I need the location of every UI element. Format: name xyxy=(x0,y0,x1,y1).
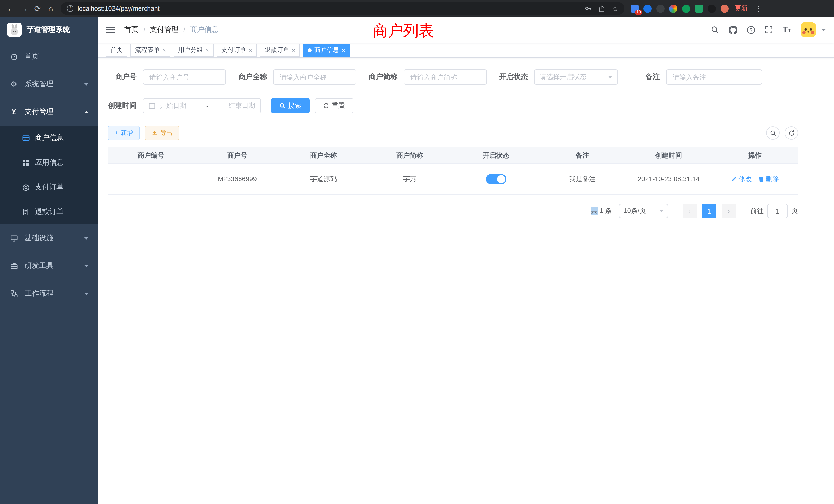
date-range-picker[interactable]: 开始日期 - 结束日期 xyxy=(143,98,261,113)
fullscreen-icon[interactable] xyxy=(765,26,773,34)
goto-page-input[interactable] xyxy=(767,204,788,218)
goto-label: 前往 xyxy=(750,206,764,215)
show-search-button[interactable] xyxy=(766,126,780,140)
add-button[interactable]: + 新增 xyxy=(108,126,140,140)
cell-created-at: 2021-10-23 08:31:14 xyxy=(626,164,712,194)
short-name-input[interactable] xyxy=(404,69,487,85)
chevron-down-icon xyxy=(84,83,88,86)
page-size-select[interactable]: 10条/页 xyxy=(619,204,668,218)
prev-page-button[interactable]: ‹ xyxy=(682,204,697,218)
extension-icon[interactable] xyxy=(682,4,690,13)
search-button[interactable]: 搜索 xyxy=(271,98,310,113)
page-content: 商户号 商户全称 商户简称 开启状态 请选择开启状态 xyxy=(97,58,834,504)
user-avatar[interactable] xyxy=(800,22,816,38)
sidebar-item-workflow[interactable]: 工作流程 xyxy=(0,280,97,307)
breadcrumb-home[interactable]: 首页 xyxy=(124,25,139,35)
font-size-icon[interactable]: TT xyxy=(783,25,791,35)
status-select[interactable]: 请选择开启状态 xyxy=(534,69,618,85)
app-logo[interactable]: 芋道管理系统 xyxy=(0,17,97,43)
browser-menu-icon[interactable]: ⋮ xyxy=(752,4,765,13)
address-bar[interactable]: i localhost:1024/pay/merchant ☆ xyxy=(61,2,624,15)
calendar-icon xyxy=(148,102,156,109)
home-icon[interactable]: ⌂ xyxy=(44,4,58,13)
column-header: 备注 xyxy=(539,147,626,163)
cell-merchant-no: M233666999 xyxy=(194,164,280,194)
chevron-down-icon xyxy=(659,210,663,212)
tab-process-form[interactable]: 流程表单 × xyxy=(130,43,171,57)
back-icon[interactable]: ← xyxy=(4,4,18,13)
url-text: localhost:1024/pay/merchant xyxy=(78,5,160,12)
sidebar-item-label: 工作流程 xyxy=(25,289,53,298)
extension-icon[interactable] xyxy=(656,4,664,13)
tab-user-group[interactable]: 用户分组 × xyxy=(174,43,214,57)
goto-unit: 页 xyxy=(791,206,798,215)
full-name-input[interactable] xyxy=(273,69,356,85)
reload-icon[interactable]: ⟳ xyxy=(31,4,44,13)
column-header: 创建时间 xyxy=(626,147,712,163)
table-row: 1 M233666999 芋道源码 芋艿 我是备注 2021-10-23 08:… xyxy=(108,164,798,194)
sidebar-item-label: 基础设施 xyxy=(25,233,53,243)
column-header: 商户全称 xyxy=(280,147,367,163)
github-icon[interactable] xyxy=(729,25,738,34)
help-icon[interactable]: ? xyxy=(747,26,755,33)
tab-close-icon[interactable]: × xyxy=(162,46,166,54)
sidebar-item-infrastructure[interactable]: 基础设施 xyxy=(0,224,97,252)
browser-update-button[interactable]: 更新 xyxy=(735,4,748,13)
extension-icon[interactable]: 10 xyxy=(631,4,639,13)
sidebar-item-system[interactable]: ⚙ 系统管理 xyxy=(0,70,97,98)
total-count: 共 1 条 xyxy=(591,206,612,215)
status-toggle[interactable] xyxy=(486,174,506,184)
extension-icon[interactable] xyxy=(643,4,652,13)
tab-close-icon[interactable]: × xyxy=(292,46,295,54)
search-icon xyxy=(770,130,776,136)
delete-link[interactable]: 删除 xyxy=(758,174,779,183)
breadcrumb-payment[interactable]: 支付管理 xyxy=(150,25,179,35)
create-time-label: 创建时间 xyxy=(108,101,137,110)
sidebar-item-label: 首页 xyxy=(25,52,39,61)
sidebar-item-pay-order[interactable]: 支付订单 xyxy=(0,175,97,200)
tags-view: 首页 流程表单 × 用户分组 × 支付订单 × 退款订单 × xyxy=(97,43,834,58)
extension-icon[interactable] xyxy=(669,4,677,13)
tab-close-icon[interactable]: × xyxy=(205,46,209,54)
remark-input[interactable] xyxy=(666,69,762,85)
target-icon xyxy=(22,183,30,191)
tab-close-icon[interactable]: × xyxy=(342,46,345,54)
forward-icon[interactable]: → xyxy=(18,4,31,13)
extension-icon[interactable] xyxy=(708,4,716,13)
tab-home[interactable]: 首页 xyxy=(106,43,127,57)
avatar-caret-icon[interactable] xyxy=(822,28,826,31)
sidebar-item-refund-order[interactable]: 退款订单 xyxy=(0,200,97,224)
sidebar-item-label: 商户信息 xyxy=(35,134,64,143)
sidebar-item-home[interactable]: 首页 xyxy=(0,43,97,70)
profile-avatar-icon[interactable] xyxy=(721,4,729,13)
tab-merchant-info[interactable]: 商户信息 × xyxy=(303,43,350,57)
key-icon[interactable] xyxy=(585,5,592,12)
tab-pay-order[interactable]: 支付订单 × xyxy=(217,43,257,57)
extension-icon[interactable] xyxy=(695,4,703,13)
edit-link[interactable]: 修改 xyxy=(731,174,752,183)
sidebar-item-app-info[interactable]: 应用信息 xyxy=(0,151,97,175)
sidebar-item-merchant-info[interactable]: 商户信息 xyxy=(0,126,97,151)
bookmark-star-icon[interactable]: ☆ xyxy=(612,4,618,13)
reset-button[interactable]: 重置 xyxy=(315,98,353,113)
grid-icon xyxy=(22,159,30,166)
sidebar-item-payment[interactable]: ¥ 支付管理 xyxy=(0,98,97,126)
next-page-button[interactable]: › xyxy=(722,204,736,218)
share-icon[interactable] xyxy=(598,5,606,12)
tab-close-icon[interactable]: × xyxy=(248,46,252,54)
chevron-down-icon xyxy=(84,237,88,239)
gear-icon: ⚙ xyxy=(9,79,19,89)
export-button[interactable]: 导出 xyxy=(145,126,179,140)
refresh-button[interactable] xyxy=(785,126,798,140)
merchant-no-input[interactable] xyxy=(143,69,226,85)
sidebar-item-devtools[interactable]: 研发工具 xyxy=(0,252,97,280)
site-info-icon[interactable]: i xyxy=(67,5,73,12)
hamburger-icon[interactable] xyxy=(106,27,115,33)
breadcrumb-current: 商户信息 xyxy=(190,25,219,35)
table-header-row: 商户编号 商户号 商户全称 商户简称 开启状态 备注 创建时间 操作 xyxy=(108,147,798,164)
page-number-button[interactable]: 1 xyxy=(702,204,717,218)
cell-full-name: 芋道源码 xyxy=(280,164,367,194)
column-header: 操作 xyxy=(712,147,798,163)
tab-refund-order[interactable]: 退款订单 × xyxy=(260,43,300,57)
search-icon[interactable] xyxy=(711,26,719,34)
